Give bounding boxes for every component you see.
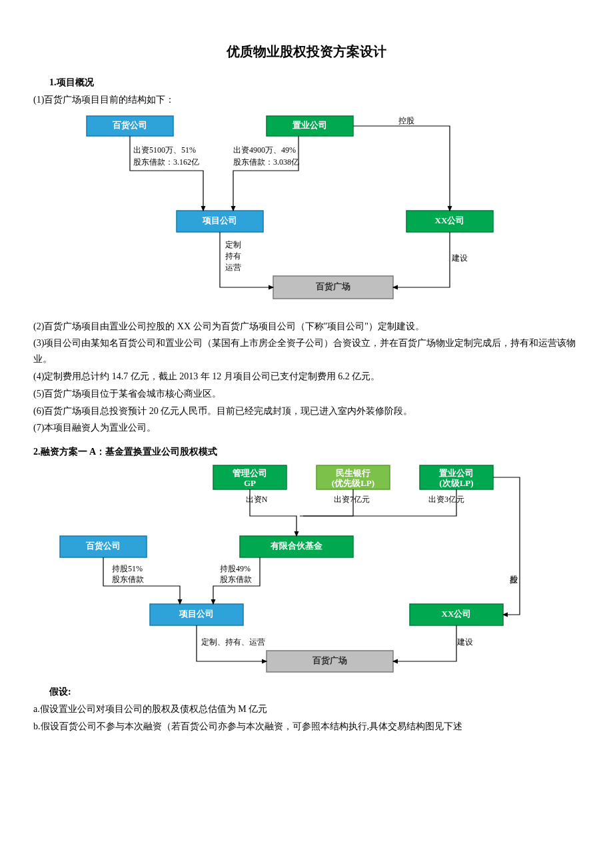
s1-p2: (2)百货广场项目由置业公司控股的 XX 公司为百货广场项目公司（下称"项目公司… (33, 319, 580, 335)
d2-ms2: (优先级LP) (332, 478, 374, 488)
d2-xx: XX公司 (442, 609, 472, 619)
section2-heading: 2.融资方案一 A：基金置换置业公司股权模式 (33, 444, 580, 460)
d2-proj: 项目公司 (179, 609, 214, 619)
s1-p3: (3)项目公司由某知名百货公司和置业公司（某国有上市房企全资子公司）合资设立，并… (33, 335, 580, 367)
d2-jk1: 股东借款 (112, 575, 144, 584)
d2-gp2: GP (244, 478, 256, 488)
d1-box-plaza: 百货广场 (315, 281, 350, 291)
d2-cz3: 出资3亿元 (428, 495, 464, 504)
d1-lab-kg: 控股 (398, 115, 414, 125)
d2-bh: 百货公司 (85, 541, 121, 551)
s1-p4: (4)定制费用总计约 14.7 亿元，截止 2013 年 12 月项目公司已支付… (33, 369, 580, 385)
d2-dzcy: 定制、持有、运营 (201, 637, 265, 647)
d2-plaza: 百货广场 (312, 655, 347, 665)
d2-cg49: 持股49% (220, 564, 251, 573)
s1-p7: (7)本项目融资人为置业公司。 (33, 420, 580, 436)
d2-js: 建设 (456, 637, 473, 647)
d2-kg: 控股 (510, 575, 518, 584)
d1-lab-cy: 持有 (225, 251, 241, 261)
section1-heading: 1.项目概况 (49, 75, 580, 91)
d1-lab-l2: 股东借款：3.162亿 (133, 157, 199, 166)
doc-title: 优质物业股权投资方案设计 (33, 40, 580, 63)
d1-lab-js: 建设 (451, 253, 468, 262)
d2-jk2: 股东借款 (220, 575, 252, 584)
d2-cg51: 持股51% (112, 564, 143, 573)
d2-ms1: 民生银行 (336, 468, 370, 478)
s1-p6: (6)百货广场项目总投资预计 20 亿元人民币。目前已经完成封顶，现已进入室内外… (33, 403, 580, 419)
d1-lab-r2: 股东借款：3.038亿 (233, 157, 299, 166)
s1-p1: (1)百货广场项目目前的结构如下： (33, 92, 580, 108)
d2-cz7: 出资7亿元 (334, 495, 370, 504)
d1-box-bh: 百货公司 (112, 120, 147, 130)
d2-czn: 出资N (246, 495, 268, 504)
d2-gp1: 管理公司 (232, 468, 267, 478)
d1-lab-dz: 定制 (225, 240, 241, 249)
d1-box-proj: 项目公司 (202, 215, 237, 225)
s1-p5: (5)百货广场项目位于某省会城市核心商业区。 (33, 386, 580, 402)
d2-fund: 有限合伙基金 (270, 541, 323, 551)
assume-a: a.假设置业公司对项目公司的股权及债权总估值为 M 亿元 (33, 701, 580, 717)
d2-zy2: (次级LP) (439, 478, 473, 488)
assume-b: b.假设百货公司不参与本次融资（若百货公司亦参与本次融资，可参照本结构执行,具体… (33, 719, 580, 735)
diagram-2: 管理公司 GP 民生银行 (优先级LP) 置业公司 (次级LP) 有限合伙基金 … (33, 463, 553, 676)
assumption-heading: 假设: (49, 684, 580, 700)
d1-box-zy: 置业公司 (292, 120, 327, 130)
d1-lab-l1: 出资5100万、51% (133, 145, 196, 154)
d2-zy1: 置业公司 (438, 468, 474, 478)
d1-lab-r1: 出资4900万、49% (233, 145, 296, 154)
d1-box-xx: XX公司 (435, 215, 465, 225)
d1-lab-yy: 运营 (225, 263, 241, 272)
diagram-1: 百货公司 置业公司 项目公司 XX公司 百货广场 控股 出资5100万、51% … (33, 111, 553, 311)
